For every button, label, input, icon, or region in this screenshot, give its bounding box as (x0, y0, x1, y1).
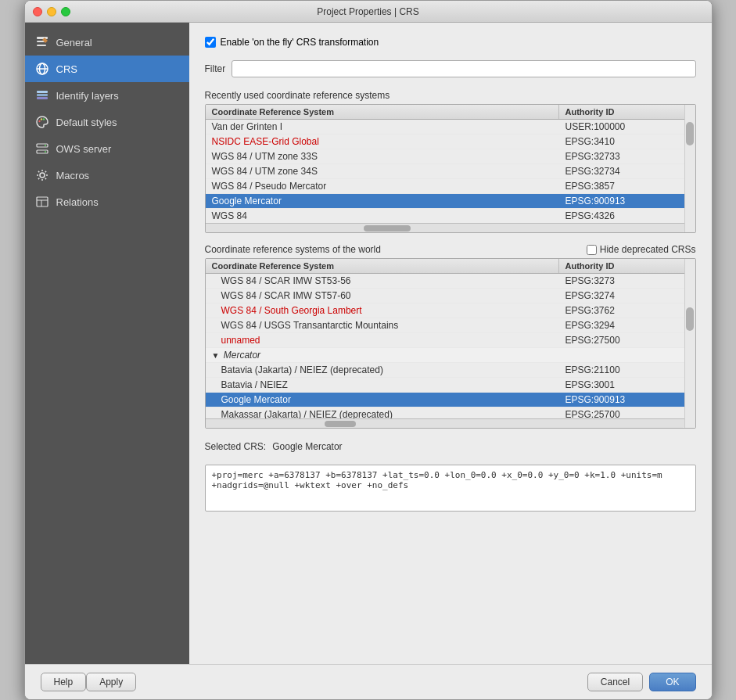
wrench-icon (34, 34, 50, 50)
window-title: Project Properties | CRS (317, 6, 419, 17)
recently-used-hscrollbar[interactable] (206, 223, 684, 232)
globe-icon (34, 61, 50, 77)
server-icon (34, 141, 50, 156)
crs-auth: EPSG:900913 (559, 393, 684, 407)
crs-name: WGS 84 / South Georgia Lambert (206, 303, 559, 318)
vscroll-thumb (686, 122, 694, 145)
world-table-scroll: Coordinate Reference System Authority ID… (206, 259, 684, 428)
world-vscrollbar[interactable] (684, 259, 695, 428)
crs-auth (559, 348, 684, 362)
table-row[interactable]: Google Mercator EPSG:900913 (206, 194, 684, 209)
svg-point-11 (42, 118, 44, 120)
crs-name: Batavia / NEIEZ (206, 378, 559, 392)
crs-name: WGS 84 / USGS Transantarctic Mountains (206, 318, 559, 332)
sidebar-label-styles: Default styles (56, 117, 117, 128)
svg-point-16 (40, 173, 45, 178)
enable-otf-label[interactable]: Enable 'on the fly' CRS transformation (221, 37, 379, 48)
crs-name: WGS 84 / SCAR IMW ST53-56 (206, 274, 559, 288)
recently-used-col-name: Coordinate Reference System (206, 105, 559, 119)
sidebar-item-relations[interactable]: Relations (25, 188, 189, 215)
crs-auth: USER:100000 (559, 120, 684, 134)
group-row[interactable]: ▼ Mercator (206, 348, 684, 363)
main-window: Project Properties | CRS General (24, 0, 713, 700)
crs-name: WGS 84 / UTM zone 34S (206, 164, 559, 178)
crs-name: Makassar (Jakarta) / NEIEZ (deprecated) (206, 407, 559, 418)
crs-name: unnamed (206, 333, 559, 347)
svg-point-15 (45, 151, 46, 153)
enable-otf-checkbox[interactable] (205, 37, 216, 48)
palette-icon (34, 114, 50, 130)
crs-name: Google Mercator (206, 393, 559, 407)
sidebar-item-macros[interactable]: Macros (25, 162, 189, 188)
apply-button[interactable]: Apply (86, 673, 136, 691)
table-row[interactable]: WGS 84 / UTM zone 34S EPSG:32734 (206, 164, 684, 179)
filter-label: Filter (205, 63, 226, 74)
crs-name: WGS 84 / Pseudo Mercator (206, 179, 559, 193)
minimize-button[interactable] (47, 7, 56, 16)
crs-auth: EPSG:3294 (559, 318, 684, 332)
recently-used-table-header: Coordinate Reference System Authority ID (206, 105, 684, 120)
table-row[interactable]: Batavia / NEIEZ EPSG:3001 (206, 378, 684, 393)
hide-deprecated-group: Hide deprecated CRSs (587, 244, 696, 255)
crs-name: Batavia (Jakarta) / NEIEZ (deprecated) (206, 363, 559, 377)
table-row[interactable]: unnamed EPSG:27500 (206, 333, 684, 348)
sidebar-item-crs[interactable]: CRS (25, 56, 189, 82)
svg-rect-17 (37, 197, 48, 206)
recently-used-vscrollbar[interactable] (684, 105, 695, 232)
sidebar-item-ows-server[interactable]: OWS server (25, 135, 189, 162)
cancel-button[interactable]: Cancel (587, 673, 643, 691)
help-button[interactable]: Help (41, 673, 87, 691)
recently-used-table-scroll: Coordinate Reference System Authority ID… (206, 105, 684, 232)
titlebar: Project Properties | CRS (25, 1, 712, 23)
sidebar-item-default-styles[interactable]: Default styles (25, 109, 189, 135)
crs-auth: EPSG:27500 (559, 333, 684, 347)
close-button[interactable] (33, 7, 42, 16)
world-crs-section: Coordinate reference systems of the worl… (205, 242, 696, 429)
crs-auth: EPSG:25700 (559, 407, 684, 418)
content-area: General CRS (25, 23, 712, 664)
world-hscroll-thumb (325, 421, 356, 427)
world-table-container: Coordinate Reference System Authority ID… (205, 258, 696, 429)
hide-deprecated-checkbox[interactable] (587, 245, 597, 255)
table-row[interactable]: Google Mercator EPSG:900913 (206, 393, 684, 407)
table-row[interactable]: Batavia (Jakarta) / NEIEZ (deprecated) E… (206, 363, 684, 378)
world-title: Coordinate reference systems of the worl… (205, 244, 381, 255)
svg-rect-8 (37, 91, 48, 93)
svg-rect-2 (37, 45, 46, 46)
crs-auth: EPSG:32733 (559, 149, 684, 163)
crs-name: WGS 84 / SCAR IMW ST57-60 (206, 289, 559, 303)
world-header-row: Coordinate reference systems of the worl… (205, 244, 696, 255)
table-row[interactable]: Makassar (Jakarta) / NEIEZ (deprecated) … (206, 407, 684, 418)
sidebar-item-general[interactable]: General (25, 29, 189, 56)
table-row[interactable]: WGS 84 / South Georgia Lambert EPSG:3762 (206, 303, 684, 318)
filter-input[interactable] (232, 60, 695, 77)
table-row[interactable]: WGS 84 / Pseudo Mercator EPSG:3857 (206, 179, 684, 194)
world-table-header: Coordinate Reference System Authority ID (206, 259, 684, 274)
crs-auth: EPSG:3274 (559, 289, 684, 303)
world-col-name: Coordinate Reference System (206, 259, 559, 273)
table-row[interactable]: NSIDC EASE-Grid Global EPSG:3410 (206, 135, 684, 149)
recently-used-table-body: Van der Grinten I USER:100000 NSIDC EASE… (206, 120, 684, 223)
table-row[interactable]: WGS 84 / UTM zone 33S EPSG:32733 (206, 149, 684, 164)
maximize-button[interactable] (61, 7, 70, 16)
ok-button[interactable]: OK (649, 673, 695, 691)
sidebar-label-relations: Relations (56, 196, 99, 208)
world-vscroll-thumb (686, 307, 694, 331)
crs-auth: EPSG:4326 (559, 209, 684, 223)
crs-auth: EPSG:3001 (559, 378, 684, 392)
layers-icon (34, 88, 50, 103)
table-row[interactable]: WGS 84 EPSG:4326 (206, 209, 684, 223)
table-row[interactable]: WGS 84 / USGS Transantarctic Mountains E… (206, 318, 684, 333)
world-hscrollbar[interactable] (206, 418, 684, 428)
sidebar: General CRS (25, 23, 189, 664)
table-row[interactable]: WGS 84 / SCAR IMW ST53-56 EPSG:3273 (206, 274, 684, 289)
hide-deprecated-label[interactable]: Hide deprecated CRSs (600, 244, 696, 255)
crs-auth: EPSG:900913 (559, 194, 684, 208)
table-row[interactable]: Van der Grinten I USER:100000 (206, 120, 684, 135)
selected-crs-value: Google Mercator (272, 441, 342, 452)
table-row[interactable]: WGS 84 / SCAR IMW ST57-60 EPSG:3274 (206, 289, 684, 303)
crs-name: Google Mercator (206, 194, 559, 208)
crs-auth: EPSG:3410 (559, 135, 684, 149)
recently-used-section: Recently used coordinate reference syste… (205, 87, 696, 233)
sidebar-item-identify-layers[interactable]: Identify layers (25, 82, 189, 109)
